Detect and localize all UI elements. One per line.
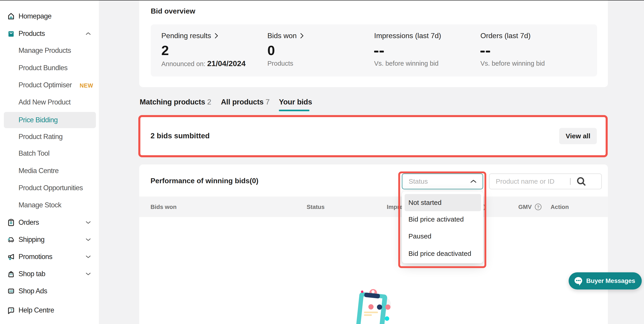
svg-text:?: ? [537, 205, 540, 210]
svg-text:?: ? [10, 308, 12, 312]
svg-text:AD: AD [9, 290, 13, 293]
